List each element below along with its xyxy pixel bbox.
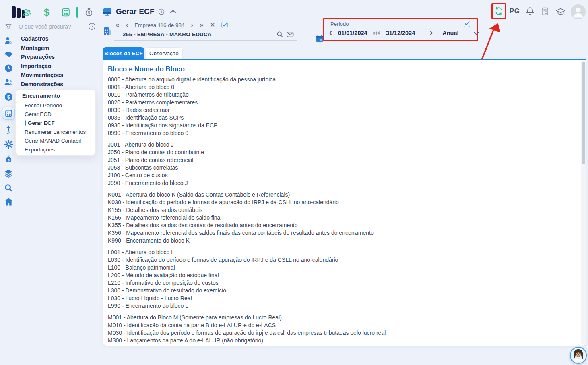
tab-blocos-da-ecf[interactable]: Blocos da ECF xyxy=(103,47,144,59)
block-item: M010 - Identificação da conta na parte B… xyxy=(108,321,386,329)
block-item: 0000 - Abertura do arquivo digital e ide… xyxy=(108,76,386,83)
company-underline xyxy=(114,40,297,41)
block-item: 0020 - Parâmetros complementares xyxy=(108,99,386,106)
period-until-label: até xyxy=(373,30,380,36)
company-pager-label: Empresa 116 de 984 xyxy=(134,22,184,28)
block-group-0: 0000 - Abertura do arquivo digital e ide… xyxy=(108,76,386,137)
graduation-cap-icon[interactable] xyxy=(555,7,566,17)
company-checkbox[interactable] xyxy=(221,22,228,28)
ecf-block-list: 0000 - Abertura do arquivo digital e ide… xyxy=(108,76,386,348)
scrollbar-thumb[interactable] xyxy=(582,62,585,164)
period-mode-select[interactable]: Anual xyxy=(442,30,458,36)
block-item: L030 - Identificação do período e formas… xyxy=(108,256,386,264)
last-company-icon[interactable]: » xyxy=(200,22,203,28)
block-item: J001 - Abertura do bloco J xyxy=(108,141,386,149)
block-item: M001 - Abertura do Bloco M (Somente para… xyxy=(108,314,386,321)
sidebar-calculator-icon[interactable] xyxy=(2,107,15,120)
period-end-date[interactable]: 31/12/2024 xyxy=(386,30,415,36)
scrollbar-track[interactable] xyxy=(581,61,586,344)
period-label: Período xyxy=(330,21,349,27)
filter-funnel-icon[interactable] xyxy=(5,23,12,31)
block-item: J053 - Subcontas correlatas xyxy=(108,164,386,172)
block-item: J050 - Plano de contas do contribuinte xyxy=(108,149,386,156)
sidebar-clock-icon[interactable] xyxy=(4,64,13,73)
sidebar-user-gear-icon[interactable] xyxy=(4,36,13,45)
svg-text:$: $ xyxy=(8,158,10,162)
block-item: K001 - Abertura do bloco K (Saldo das Co… xyxy=(108,191,386,199)
sidebar-item-preparacoes[interactable]: Preparações xyxy=(21,54,55,60)
period-previous-icon[interactable] xyxy=(328,30,332,36)
block-group-j: J001 - Abertura do bloco J J050 - Plano … xyxy=(108,141,386,187)
active-item-indicator xyxy=(25,120,26,126)
envelope-icon[interactable] xyxy=(287,31,294,37)
collapse-chevron-up-icon[interactable] xyxy=(170,10,176,14)
divider xyxy=(38,8,38,17)
submenu-title-encerramento[interactable]: Encerramento xyxy=(22,93,60,99)
sidebar-item-importacao[interactable]: Importação xyxy=(21,63,51,69)
user-avatar[interactable] xyxy=(571,4,586,19)
svg-text:$: $ xyxy=(7,94,10,100)
sidebar-home-icon[interactable] xyxy=(4,197,13,206)
active-module-indicator xyxy=(76,7,78,18)
period-mode-chevron-down-icon[interactable] xyxy=(473,31,479,35)
annotation-arrow xyxy=(475,20,507,64)
clear-company-icon[interactable]: ✕ xyxy=(210,22,215,28)
period-checkbox[interactable] xyxy=(464,21,470,27)
company-search-icon[interactable] xyxy=(276,31,283,38)
pg-button[interactable]: PG xyxy=(510,7,520,15)
block-item: L100 - Balanço patrimonial xyxy=(108,264,386,272)
submenu-item-gerar-ecd[interactable]: Gerar ECD xyxy=(25,111,52,117)
submenu-item-gerar-ecf[interactable]: Gerar ECF xyxy=(25,120,55,126)
block-group-k: K001 - Abertura do bloco K (Saldo das Co… xyxy=(108,191,386,245)
people-module-icon[interactable] xyxy=(22,7,32,17)
calculator-module-icon[interactable] xyxy=(61,7,71,17)
period-start-date[interactable]: 01/01/2024 xyxy=(338,30,367,36)
submenu-item-fechar-periodo[interactable]: Fechar Período xyxy=(25,102,62,108)
sidebar-layers-icon[interactable] xyxy=(4,169,13,178)
page-title: Gerar ECF xyxy=(116,7,155,16)
block-item: M300 - Lançamentos da parte A do e-LALUR… xyxy=(108,337,386,344)
block-item: K155 - Detalhes dos saldos contábeis xyxy=(108,206,386,214)
info-icon[interactable] xyxy=(158,8,165,15)
next-company-icon[interactable]: › xyxy=(191,22,193,28)
first-company-icon[interactable]: « xyxy=(116,22,119,28)
period-next-icon[interactable] xyxy=(429,30,433,36)
building-icon xyxy=(103,27,112,36)
submenu-item-gerar-ecf-label: Gerar ECF xyxy=(28,120,55,126)
encerramento-submenu: Encerramento Fechar Período Gerar ECD Ge… xyxy=(15,89,96,156)
block-item: K990 - Encerramento do bloco K xyxy=(108,237,386,245)
dollar-module-icon[interactable]: $ xyxy=(44,8,49,17)
calendar-icon[interactable] xyxy=(316,35,324,42)
search-input[interactable] xyxy=(19,23,85,30)
sidebar-money-bag-icon[interactable]: $ xyxy=(4,154,13,164)
help-icon[interactable] xyxy=(88,23,96,30)
submenu-item-renumerar-lancamentos[interactable]: Renumerar Lançamentos xyxy=(25,129,86,135)
block-group-m: M001 - Abertura do Bloco M (Somente para… xyxy=(108,314,386,344)
submenu-item-gerar-manad[interactable]: Gerar MANAD Contábil xyxy=(25,138,81,144)
sidebar-item-demonstracoes[interactable]: Demonstrações xyxy=(21,81,63,87)
block-item: J990 - Encerramento do bloco J xyxy=(108,179,386,187)
block-item: L200 - Método de avaliação do estoque fi… xyxy=(108,272,386,279)
sidebar-dollar-circle-icon[interactable]: $ xyxy=(4,92,13,102)
previous-company-icon[interactable]: ‹ xyxy=(126,22,128,28)
block-item: K356 - Mapeamento referencial dos saldos… xyxy=(108,229,386,237)
refresh-icon[interactable] xyxy=(494,6,503,16)
document-search-icon[interactable] xyxy=(541,7,549,16)
bell-icon[interactable] xyxy=(526,6,534,16)
block-item: L990 - Encerramento do bloco L xyxy=(108,302,386,310)
sidebar-item-cadastros[interactable]: Cadastros xyxy=(21,35,48,42)
block-group-l: L001 - Abertura do bloco L L030 - Identi… xyxy=(108,249,386,310)
tab-observacao[interactable]: Observação xyxy=(145,47,183,59)
sidebar-handshake-icon[interactable] xyxy=(4,50,13,58)
support-chat-avatar[interactable] xyxy=(570,347,587,364)
sidebar-gear-icon[interactable] xyxy=(4,140,13,149)
sidebar-item-movimentacoes[interactable]: Movimentações xyxy=(21,72,63,78)
sidebar-export-arrow-icon[interactable] xyxy=(4,125,12,135)
submenu-item-exportacoes[interactable]: Exportações xyxy=(25,147,55,153)
sidebar-search-icon[interactable] xyxy=(4,183,13,192)
money-bag-module-icon[interactable] xyxy=(84,7,94,18)
sidebar-item-montagem[interactable]: Montagem xyxy=(21,45,49,51)
block-item: K030 - Identificação do período e formas… xyxy=(108,199,386,206)
block-item: M030 - Identificação dos período e forma… xyxy=(108,329,386,337)
sidebar-users-icon[interactable] xyxy=(4,78,13,87)
